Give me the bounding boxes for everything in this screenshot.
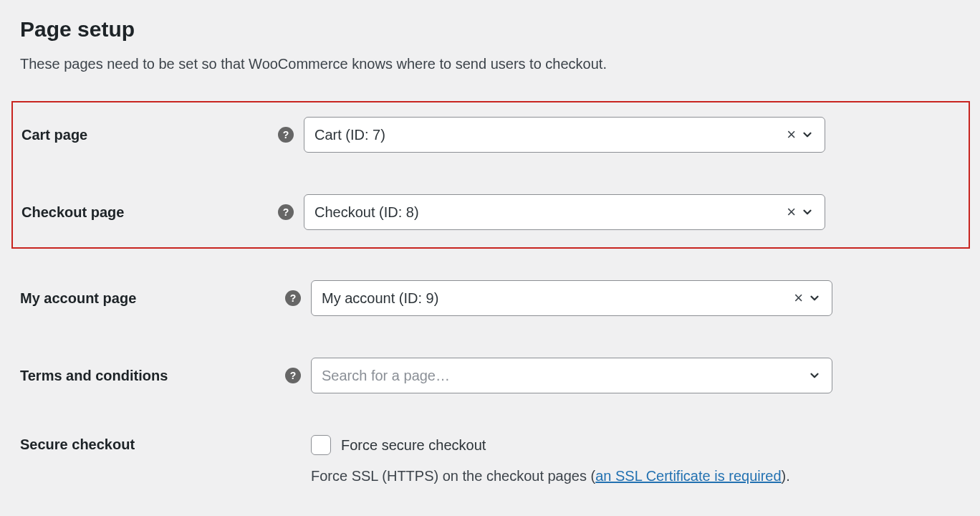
cart-page-row: Cart page ? Cart (ID: 7) ×: [13, 102, 969, 163]
cart-page-label: Cart page: [21, 127, 278, 143]
cart-page-select-value: Cart (ID: 7): [314, 127, 782, 143]
checkout-page-row: Checkout page ? Checkout (ID: 8) ×: [13, 184, 969, 247]
checkout-page-label: Checkout page: [21, 204, 278, 221]
chevron-down-icon[interactable]: [807, 369, 822, 382]
clear-icon[interactable]: ×: [782, 127, 800, 143]
terms-and-conditions-label: Terms and conditions: [20, 368, 285, 384]
clear-icon[interactable]: ×: [782, 204, 800, 220]
secure-checkout-description: Force SSL (HTTPS) on the checkout pages …: [311, 468, 960, 484]
terms-and-conditions-row: Terms and conditions ? Search for a page…: [20, 348, 960, 403]
secure-checkout-row: Secure checkout Force secure checkout Fo…: [20, 425, 960, 494]
clear-icon[interactable]: ×: [789, 290, 807, 306]
page-setup-heading: Page setup: [20, 17, 960, 42]
chevron-down-icon[interactable]: [807, 292, 822, 305]
cart-page-select[interactable]: Cart (ID: 7) ×: [304, 117, 825, 153]
chevron-down-icon[interactable]: [800, 206, 815, 219]
page-setup-description: These pages need to be set so that WooCo…: [20, 56, 960, 72]
my-account-page-select-value: My account (ID: 9): [322, 290, 789, 307]
my-account-page-row: My account page ? My account (ID: 9) ×: [20, 270, 960, 326]
help-icon[interactable]: ?: [278, 204, 294, 220]
highlighted-rows: Cart page ? Cart (ID: 7) × Checkout page…: [11, 101, 970, 249]
ssl-certificate-link[interactable]: an SSL Certificate is required: [595, 468, 781, 484]
secure-checkout-label: Secure checkout: [20, 436, 311, 453]
checkout-page-select-value: Checkout (ID: 8): [314, 204, 782, 221]
force-secure-checkout-checkbox[interactable]: [311, 435, 331, 455]
my-account-page-label: My account page: [20, 290, 285, 307]
help-icon[interactable]: ?: [278, 127, 294, 143]
terms-and-conditions-placeholder: Search for a page…: [322, 368, 807, 384]
force-secure-checkout-label: Force secure checkout: [341, 437, 486, 454]
chevron-down-icon[interactable]: [800, 128, 815, 141]
help-icon[interactable]: ?: [285, 290, 301, 306]
terms-and-conditions-select[interactable]: Search for a page…: [311, 358, 832, 393]
checkout-page-select[interactable]: Checkout (ID: 8) ×: [304, 194, 825, 230]
help-icon[interactable]: ?: [285, 368, 301, 383]
my-account-page-select[interactable]: My account (ID: 9) ×: [311, 280, 832, 316]
